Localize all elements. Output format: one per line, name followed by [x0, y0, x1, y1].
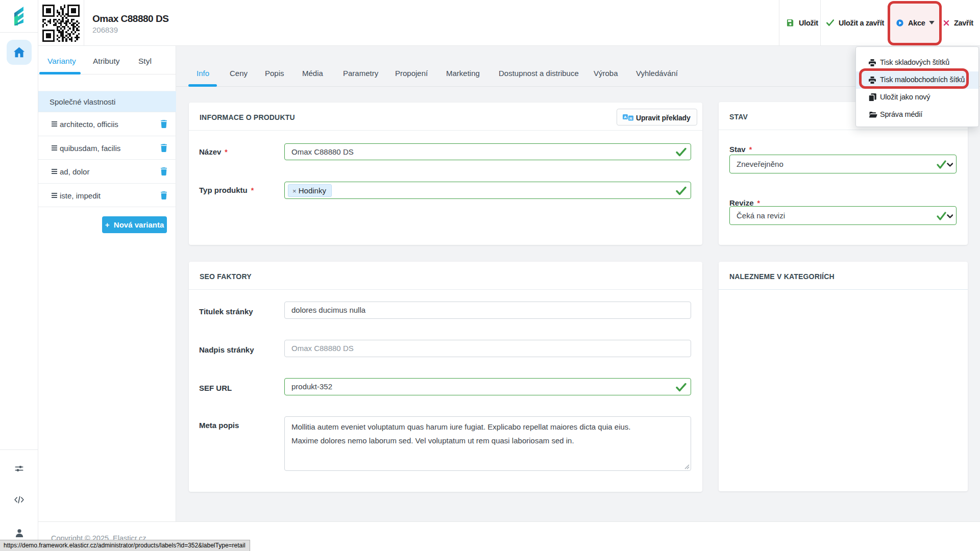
svg-text:A: A	[624, 115, 627, 119]
svg-text:R: R	[629, 116, 632, 121]
